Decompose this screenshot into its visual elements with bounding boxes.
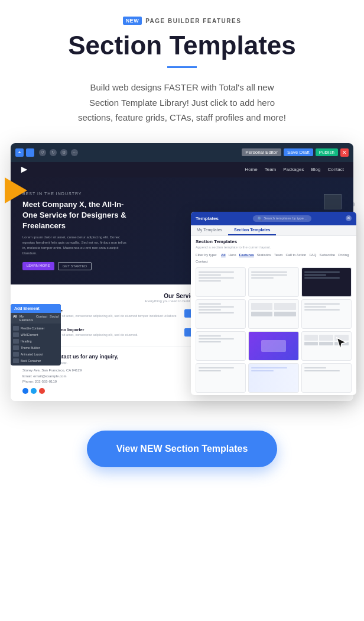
tp-tag-statistics[interactable]: Statistics (257, 253, 271, 257)
left-item-2: Wild Element (13, 332, 58, 337)
template-card-11[interactable] (248, 363, 298, 393)
undo-ctrl[interactable]: ↺ (39, 149, 46, 156)
left-tab-my[interactable]: My Elements (20, 315, 34, 322)
layout-icon (26, 148, 34, 157)
left-item-4: Theme Builder (13, 345, 58, 350)
tp-section-sub: Append a section template to the current… (191, 245, 356, 251)
plus-icon[interactable]: + (15, 148, 24, 157)
left-item-3: Heading (13, 339, 58, 344)
facebook-icon[interactable] (22, 388, 28, 394)
screenshot-container: + ↺ ↻ ⚙ ⋯ Personal Editor Save Draft Pub… (11, 143, 353, 401)
templates-panel-title: Templates (196, 216, 219, 221)
left-item-icon-4 (13, 345, 19, 350)
left-item-icon-2 (13, 332, 19, 337)
toolbar-controls: ↺ ↻ ⚙ ⋯ (39, 149, 78, 156)
template-card-10[interactable] (196, 363, 246, 393)
templates-panel-header: Templates 🔍 Search templates by type... … (191, 212, 356, 225)
left-item-icon-3 (13, 339, 19, 344)
tp-tag-all[interactable]: All (221, 253, 226, 257)
redo-ctrl[interactable]: ↻ (50, 149, 57, 156)
nav-contact[interactable]: Contact (327, 167, 344, 172)
template-card-8[interactable] (248, 331, 298, 361)
template-card-1[interactable] (196, 267, 246, 297)
left-item-6: Back Container (13, 358, 58, 363)
publish-button[interactable]: Publish (316, 148, 338, 156)
left-item-icon-6 (13, 358, 19, 363)
nav-logo (20, 166, 28, 174)
nav-blog[interactable]: Blog (311, 167, 320, 172)
nav-packages[interactable]: Packages (283, 167, 304, 172)
tp-filter-tags: Filter by type: All Hero Features Statis… (191, 251, 356, 265)
nav-links: Home Team Packages Blog Contact (245, 167, 344, 172)
hero-image-placeholder (324, 194, 342, 209)
left-item-icon-1 (13, 326, 19, 331)
template-card-4[interactable] (196, 299, 246, 329)
left-panel-items: Flexible Container Wild Element Heading … (11, 324, 61, 366)
twitter-icon[interactable] (31, 388, 37, 394)
add-element-title: Add Element (11, 304, 61, 313)
tp-tag-hero[interactable]: Hero (229, 253, 236, 257)
template-card-3[interactable] (301, 267, 352, 297)
left-item-label-2: Wild Element (21, 333, 38, 337)
logo-icon (20, 166, 28, 174)
tp-tag-contact[interactable]: Contact (196, 260, 208, 263)
page-title: Section Templates (68, 31, 296, 60)
left-tab-social[interactable]: Social (50, 315, 58, 322)
add-element-panel: Add Element All My Elements Contact Soci… (11, 304, 61, 366)
template-card-12[interactable] (301, 363, 352, 393)
templates-panel: Templates 🔍 Search templates by type... … (191, 212, 356, 395)
more-ctrl[interactable]: ⋯ (71, 149, 78, 156)
nav-home[interactable]: Home (245, 167, 257, 172)
tp-tag-cta[interactable]: Call to Action (285, 253, 306, 257)
left-item-label-3: Heading (21, 339, 32, 343)
templates-grid (191, 265, 356, 395)
new-badge: NEW (123, 17, 142, 25)
badge-row: NEW PAGE BUILDER FEATURES (123, 17, 242, 25)
get-started-button[interactable]: GET STARTED (58, 262, 92, 270)
cursor-arrow (336, 337, 347, 351)
save-draft-button[interactable]: Save Draft (284, 148, 313, 156)
tp-tag-faq[interactable]: FAQ (309, 253, 316, 257)
title-divider (167, 66, 197, 68)
left-item-label-6: Back Container (21, 359, 41, 363)
googleplus-icon[interactable] (39, 388, 45, 394)
tp-section-title: Section Templates (191, 236, 356, 245)
left-item-5: Animated Layout (13, 352, 58, 357)
close-button[interactable]: ✕ (340, 148, 349, 157)
templates-search[interactable]: 🔍 Search templates by type... (253, 215, 311, 222)
page-wrapper: NEW PAGE BUILDER FEATURES Section Templa… (0, 0, 364, 621)
view-templates-button[interactable]: View NEW Section Templates (87, 431, 278, 467)
template-card-6[interactable] (301, 299, 352, 329)
orange-triangle-decoration (5, 177, 27, 203)
left-item-label-1: Flexible Container (21, 326, 44, 330)
tp-filter-label: Filter by type: (196, 253, 217, 257)
template-card-5[interactable] (248, 299, 298, 329)
templates-panel-close[interactable]: ✕ (346, 215, 352, 221)
tp-tag-pricing[interactable]: Pricing (338, 253, 349, 257)
left-item-1: Flexible Container (13, 326, 58, 331)
description-text: Build web designs FASTER with Total's al… (76, 80, 288, 125)
tp-tag-subscribe[interactable]: Subscribe (319, 253, 335, 257)
left-item-icon-5 (13, 352, 19, 357)
hero-eyebrow: BEST IN THE INDUSTRY (22, 192, 342, 196)
hero-body: Lorem ipsum dolor sit amet, consectetur … (22, 235, 129, 256)
tp-tag-features[interactable]: Features (239, 253, 254, 257)
template-card-7[interactable] (196, 331, 246, 361)
left-tab-contact[interactable]: Contact (36, 315, 47, 322)
learn-more-button[interactable]: LEARN MORE (22, 262, 54, 270)
left-item-label-4: Theme Builder (21, 346, 40, 350)
tab-section-templates[interactable]: Section Templates (228, 225, 276, 235)
tp-tag-team[interactable]: Team (274, 253, 283, 257)
templates-panel-tabs: My Templates Section Templates (191, 225, 356, 236)
left-tab-all[interactable]: All (13, 315, 17, 322)
page-builder-label: PAGE BUILDER FEATURES (145, 18, 241, 24)
nav-team[interactable]: Team (265, 167, 277, 172)
tab-my-templates[interactable]: My Templates (191, 225, 228, 235)
browser-toolbar: + ↺ ↻ ⚙ ⋯ Personal Editor Save Draft Pub… (11, 143, 353, 162)
template-card-2[interactable] (248, 267, 298, 297)
svg-marker-0 (21, 166, 28, 173)
preview-button[interactable]: Personal Editor (242, 148, 281, 156)
settings-ctrl[interactable]: ⚙ (60, 149, 67, 156)
hero-headline: Meet Company X, the All-In-One Service f… (22, 199, 129, 232)
search-placeholder-text: Search templates by type... (264, 216, 307, 220)
